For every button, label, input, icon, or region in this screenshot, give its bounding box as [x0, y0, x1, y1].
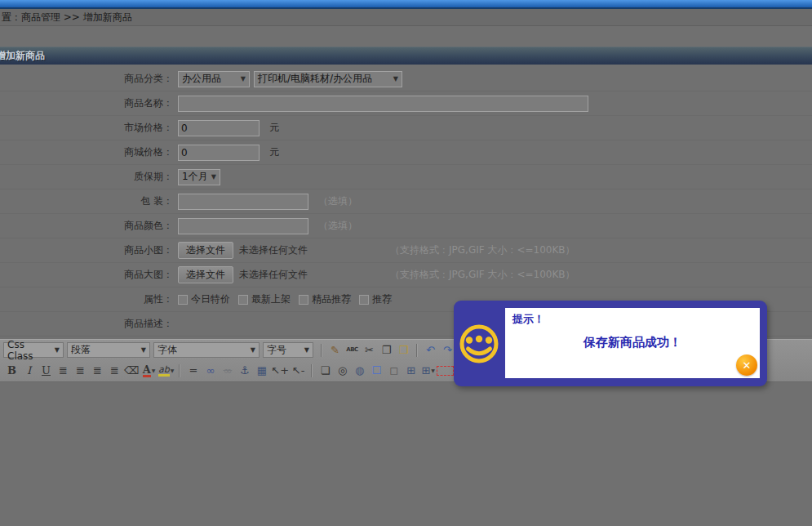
- warranty-select[interactable]: 1个月 ▼: [178, 169, 220, 185]
- italic-icon[interactable]: I: [20, 363, 38, 379]
- align-center-icon[interactable]: ≣: [72, 363, 89, 379]
- mall-price-input[interactable]: [178, 145, 260, 161]
- red-dashed-box-icon[interactable]: [437, 366, 454, 376]
- unlink-icon[interactable]: ∞: [219, 363, 236, 379]
- currency-unit: 元: [269, 145, 279, 159]
- large-image-label: 商品大图：: [0, 268, 173, 282]
- small-image-controls: 选择文件 未选择任何文件: [178, 242, 308, 259]
- category-label: 商品分类：: [0, 72, 173, 86]
- table-icon[interactable]: ⊞: [402, 363, 419, 379]
- chevron-down-icon: ▼: [304, 346, 309, 354]
- highlight-icon[interactable]: ab▼: [158, 363, 175, 379]
- checkbox-boutique-recommend[interactable]: [299, 295, 308, 305]
- color-controls: [178, 218, 308, 234]
- checkbox-label: 今日特价: [191, 292, 230, 306]
- alert-dialog: 提示！ 保存新商品成功！ ✕: [454, 301, 767, 386]
- color-label: 商品颜色：: [0, 219, 173, 233]
- small-image-file-button[interactable]: 选择文件: [178, 242, 233, 259]
- chevron-down-icon: ▼: [141, 346, 146, 354]
- mall-price-controls: 元: [178, 145, 279, 161]
- currency-unit: 元: [269, 121, 279, 135]
- form-row-market-price: 市场价格： 元: [0, 116, 812, 140]
- align-right-icon[interactable]: ≣: [89, 363, 106, 379]
- packing-input[interactable]: [178, 194, 308, 210]
- css-class-select[interactable]: Css Class▼: [3, 342, 64, 358]
- attribute-option: 精品推荐: [299, 292, 351, 306]
- paste-icon[interactable]: ❒: [395, 342, 412, 359]
- form-row-small-image: 商品小图： 选择文件 未选择任何文件 （支持格式：JPG,GIF 大小：<=10…: [0, 238, 812, 263]
- cell-icon[interactable]: ◻: [385, 363, 402, 379]
- font-family-select[interactable]: 字体▼: [153, 342, 260, 358]
- cut-icon[interactable]: ✂: [361, 342, 378, 359]
- close-button[interactable]: ✕: [736, 354, 757, 376]
- checkbox-label: 最新上架: [251, 292, 291, 306]
- form-row-large-image: 商品大图： 选择文件 未选择任何文件 （支持格式：JPG,GIF 大小：<=10…: [0, 263, 812, 288]
- checkbox-today-special[interactable]: [178, 295, 188, 305]
- market-price-controls: 元: [178, 120, 279, 136]
- undo-icon[interactable]: ↶: [422, 342, 439, 359]
- category-select-level2[interactable]: 打印机/电脑耗材/办公用品 ▼: [254, 71, 402, 87]
- chevron-down-icon: ▼: [431, 368, 435, 373]
- format-painter-icon[interactable]: ✎: [326, 342, 344, 359]
- file-status: 未选择任何文件: [239, 243, 308, 257]
- section-header: 增加新商品: [0, 47, 812, 65]
- small-image-label: 商品小图：: [0, 243, 173, 257]
- selection-box-icon[interactable]: ☐: [368, 363, 385, 379]
- paragraph-select[interactable]: 段落▼: [67, 342, 150, 358]
- attribute-option: 今日特价: [178, 292, 230, 306]
- chevron-down-icon: ▼: [393, 75, 398, 82]
- market-price-input[interactable]: [178, 120, 260, 136]
- link-icon[interactable]: ∞: [202, 363, 219, 379]
- media-icon[interactable]: ◍: [351, 363, 368, 379]
- name-controls: [178, 96, 588, 112]
- format-hint: （支持格式：JPG,GIF 大小：<=100KB）: [390, 243, 575, 257]
- attributes-label: 属性：: [0, 292, 173, 306]
- select-value: 字号: [267, 343, 286, 357]
- align-justify-icon[interactable]: ≣: [106, 363, 123, 379]
- table-grid-icon[interactable]: ▦: [253, 363, 270, 379]
- mall-price-label: 商城价格：: [0, 145, 173, 159]
- chevron-down-icon: ▼: [241, 75, 246, 82]
- chevron-down-icon: ▼: [251, 346, 255, 354]
- packing-label: 包 装：: [0, 194, 173, 208]
- chevron-down-icon: ▼: [55, 346, 60, 354]
- product-name-input[interactable]: [178, 96, 588, 112]
- copy-icon[interactable]: ❐: [378, 342, 395, 359]
- form-row-category: 商品分类： 办公用品 ▼ 打印机/电脑耗材/办公用品 ▼: [0, 67, 812, 91]
- font-size-select[interactable]: 字号▼: [263, 342, 313, 358]
- anchor-icon[interactable]: ⚓: [236, 363, 253, 379]
- product-color-input[interactable]: [178, 218, 308, 234]
- checkbox-recommend[interactable]: [359, 295, 369, 305]
- align-left-icon[interactable]: ≣: [55, 363, 72, 379]
- spellcheck-icon[interactable]: ABC: [344, 342, 361, 359]
- file-status: 未选择任何文件: [239, 268, 308, 282]
- new-document-icon[interactable]: ❏: [317, 363, 334, 379]
- underline-icon[interactable]: U: [38, 363, 55, 379]
- add-product-form: 商品分类： 办公用品 ▼ 打印机/电脑耗材/办公用品 ▼ 商品名称： 市场价格：: [0, 67, 812, 337]
- large-image-controls: 选择文件 未选择任何文件: [178, 266, 308, 283]
- attribute-option: 最新上架: [238, 292, 291, 306]
- category-select-level1[interactable]: 办公用品 ▼: [178, 71, 250, 87]
- horizontal-rule-icon[interactable]: ═: [184, 363, 202, 379]
- preview-icon[interactable]: ◎: [334, 363, 351, 379]
- category-controls: 办公用品 ▼ 打印机/电脑耗材/办公用品 ▼: [178, 71, 406, 87]
- dialog-message: 保存新商品成功！: [505, 335, 760, 350]
- insert-table-icon[interactable]: ⊞▼: [419, 363, 437, 379]
- select-add-icon[interactable]: ↖+: [270, 363, 290, 379]
- form-row-mall-price: 商城价格： 元: [0, 140, 812, 165]
- select-remove-icon[interactable]: ↖-: [290, 363, 307, 379]
- checkbox-label: 推荐: [372, 292, 392, 306]
- bold-icon[interactable]: B: [3, 363, 20, 379]
- toolbar-separator: [179, 364, 180, 377]
- market-price-label: 市场价格：: [0, 121, 173, 135]
- chevron-down-icon: ▼: [171, 368, 175, 373]
- editor-select-group: Css Class▼段落▼字体▼字号▼: [3, 342, 317, 358]
- font-color-icon[interactable]: A▼: [140, 363, 158, 379]
- toolbar-icon-group-1: ✎ABC✂❐❒↶↷: [317, 342, 456, 359]
- checkbox-new-arrival[interactable]: [238, 295, 248, 305]
- page: 置：商品管理 >> 增加新商品 增加新商品 商品分类： 办公用品 ▼ 打印机/电…: [0, 0, 812, 526]
- eraser-icon[interactable]: ⌫: [123, 363, 140, 379]
- form-row-name: 商品名称：: [0, 91, 812, 116]
- select-value: Css Class: [7, 339, 51, 362]
- large-image-file-button[interactable]: 选择文件: [178, 266, 233, 283]
